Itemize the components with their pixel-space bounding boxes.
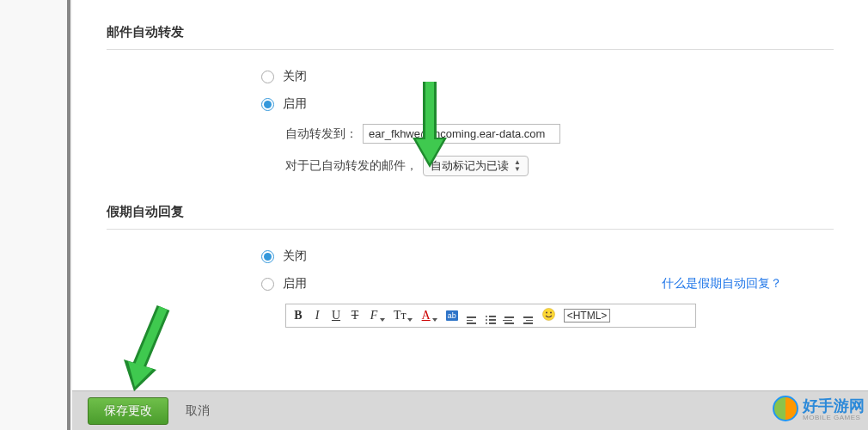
forward-to-label: 自动转发到： [285, 126, 358, 142]
radio-on[interactable] [261, 278, 274, 291]
autoforward-section: 邮件自动转发 关闭 启用 自动转发到： 对于已自动转发的邮件， 自动标记为已读 … [107, 0, 834, 197]
outdent-button[interactable] [504, 308, 515, 324]
dropdown-icon [432, 318, 437, 322]
fontsize-button[interactable]: Tт [394, 309, 413, 322]
forwarded-action-select[interactable]: 自动标记为已读 ▲▼ [423, 156, 529, 176]
footer-bar: 保存更改 取消 [72, 390, 868, 430]
settings-panel: 邮件自动转发 关闭 启用 自动转发到： 对于已自动转发的邮件， 自动标记为已读 … [72, 0, 868, 390]
vacation-section: 假期自动回复 关闭 启用 什么是假期自动回复？ B I U T [107, 197, 834, 336]
svg-point-0 [542, 308, 554, 320]
dropdown-icon [380, 318, 385, 322]
svg-point-1 [546, 311, 547, 313]
radio-on[interactable] [261, 98, 274, 111]
emoji-button[interactable] [542, 308, 555, 324]
forwarded-action-row: 对于已自动转发的邮件， 自动标记为已读 ▲▼ [285, 156, 834, 176]
align-left-icon [467, 316, 476, 324]
dropdown-icon [407, 318, 413, 322]
vacation-off-option[interactable]: 关闭 [261, 249, 307, 264]
cancel-button[interactable]: 取消 [186, 403, 210, 419]
radio-on-label: 启用 [283, 96, 307, 112]
vacation-title: 假期自动回复 [107, 204, 834, 220]
radio-off[interactable] [261, 250, 274, 263]
underline-button[interactable]: U [331, 309, 341, 322]
radio-off-label: 关闭 [283, 69, 307, 84]
fontface-button[interactable]: F [369, 309, 385, 322]
left-margin [0, 0, 67, 430]
smile-icon [542, 308, 555, 321]
list-icon [486, 316, 496, 324]
autoforward-title: 邮件自动转发 [107, 24, 834, 40]
select-arrows-icon: ▲▼ [514, 159, 521, 173]
indent-button[interactable] [523, 308, 534, 324]
logo-subtext: MOBILE GAMES [803, 414, 865, 421]
strike-button[interactable]: T [350, 309, 360, 322]
bold-button[interactable]: B [293, 309, 303, 322]
radio-on-label: 启用 [283, 276, 307, 292]
radio-off[interactable] [261, 71, 274, 83]
panel-left-edge [67, 0, 70, 430]
save-button[interactable]: 保存更改 [88, 397, 168, 425]
radio-off-label: 关闭 [283, 249, 307, 264]
outdent-icon [504, 316, 514, 324]
bullet-list-button[interactable] [486, 307, 496, 324]
fontcolor-button[interactable]: A [421, 309, 437, 322]
forward-to-row: 自动转发到： [285, 124, 834, 144]
vacation-help-link[interactable]: 什么是假期自动回复？ [662, 276, 782, 292]
logo-text: 好手游网 [803, 398, 865, 414]
indent-icon [523, 316, 533, 324]
html-button[interactable]: <HTML> [564, 309, 611, 322]
highlight-button[interactable]: ab [446, 310, 458, 321]
vacation-on-option[interactable]: 启用 [261, 276, 307, 292]
autoforward-on-option[interactable]: 启用 [261, 96, 834, 112]
logo-icon [772, 395, 799, 425]
forwarded-action-selected: 自动标记为已读 [431, 158, 509, 174]
align-left-button[interactable] [467, 308, 477, 324]
forwarded-action-label: 对于已自动转发的邮件， [285, 158, 418, 174]
watermark-logo: 好手游网 MOBILE GAMES [772, 395, 865, 425]
italic-button[interactable]: I [312, 309, 322, 322]
forward-to-input[interactable] [363, 124, 560, 144]
autoforward-off-option[interactable]: 关闭 [261, 69, 834, 84]
rich-text-toolbar: B I U T F Tт A ab <HTML> [285, 304, 696, 328]
svg-point-2 [550, 311, 552, 313]
